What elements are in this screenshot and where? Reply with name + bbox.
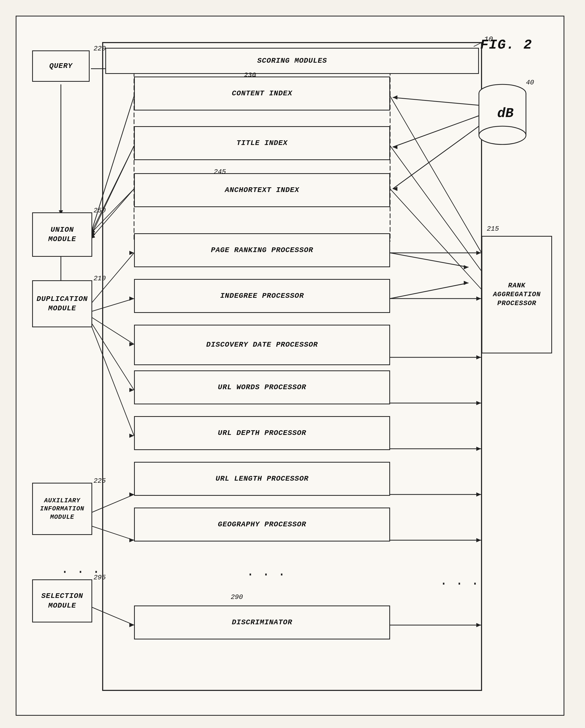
svg-marker-16	[393, 187, 398, 191]
svg-marker-36	[129, 296, 134, 301]
geography-box: GEOGRAPHY PROCESSOR	[134, 508, 390, 542]
svg-line-70	[91, 146, 134, 236]
query-label: QUERY	[49, 61, 72, 71]
indegree-box: INDEGREE PROCESSOR	[134, 279, 390, 313]
svg-line-39	[91, 322, 134, 390]
selection-module-ref: 295	[94, 574, 106, 581]
svg-text:. . .: . . .	[246, 565, 286, 579]
svg-marker-62	[129, 538, 134, 542]
svg-line-63	[91, 607, 134, 625]
svg-marker-48	[476, 355, 481, 359]
query-box: QUERY	[32, 50, 90, 82]
svg-marker-46	[476, 296, 481, 301]
anchortext-ref: 245	[214, 168, 226, 176]
fig-label: FIG. 2	[480, 37, 532, 53]
union-module-label: UNION MODULE	[48, 225, 76, 244]
auxiliary-info-label: AUXILIARY INFORMATION MODULE	[40, 497, 84, 521]
svg-point-8	[479, 126, 526, 145]
svg-line-11	[393, 98, 479, 105]
indegree-label: INDEGREE PROCESSOR	[220, 291, 304, 301]
title-index-label: TItle iNDEX	[236, 138, 288, 148]
svg-text:290: 290	[231, 593, 243, 601]
svg-marker-64	[129, 623, 134, 627]
scoring-modules-label: SCORING MODULES	[257, 56, 327, 66]
url-depth-box: URL DEPTH PROCESSOR	[134, 416, 390, 450]
svg-line-22	[390, 283, 468, 298]
anchortext-index-box: ANCHORTEXT INDEX	[134, 173, 390, 207]
svg-marker-14	[393, 145, 398, 149]
svg-line-20	[390, 253, 468, 267]
svg-marker-12	[393, 95, 398, 100]
duplication-module-label: DUPLICATION MODULE	[36, 294, 88, 313]
content-index-box: CONTENT INDEX	[134, 77, 390, 110]
url-depth-label: URL DEPTH PROCESSOR	[218, 428, 306, 438]
svg-text:215: 215	[487, 225, 499, 233]
svg-marker-21	[464, 265, 468, 269]
svg-line-59	[91, 494, 134, 513]
svg-text:40: 40	[526, 79, 534, 86]
svg-line-18	[390, 146, 482, 271]
discriminator-label: DISCRIMINATOR	[232, 618, 292, 627]
svg-marker-44	[476, 251, 481, 255]
svg-line-37	[91, 317, 134, 344]
svg-marker-34	[129, 251, 134, 255]
content-index-ref: 230	[244, 71, 256, 79]
discovery-date-label: DISCOVERY DATE PROCESSOR	[206, 340, 318, 349]
svg-line-13	[393, 116, 479, 147]
auxiliary-info-ref: 225	[94, 477, 106, 485]
svg-text:dB: dB	[497, 106, 513, 121]
svg-rect-5	[479, 94, 526, 135]
svg-line-17	[390, 96, 482, 253]
content-index-label: CONTENT INDEX	[232, 89, 292, 98]
svg-line-19	[390, 189, 482, 289]
svg-line-15	[393, 126, 479, 189]
query-ref: 220	[94, 45, 106, 52]
svg-line-61	[91, 526, 134, 540]
svg-marker-23	[464, 281, 468, 285]
page-ranking-label: PAGE RANKING PROCESSOR	[211, 245, 313, 255]
duplication-module-box: DUPLICATION MODULE	[32, 280, 92, 327]
svg-marker-50	[476, 401, 481, 405]
svg-text:. . .: . . .	[440, 574, 479, 589]
rank-aggregation-label: RANK AGGREGATION PROCESSOR	[493, 281, 541, 308]
diagram-container: FIG. 2 10 40 dB	[16, 16, 564, 716]
auxiliary-info-box: AUXILIARY INFORMATION MODULE	[32, 483, 92, 535]
geography-label: GEOGRAPHY PROCESSOR	[218, 520, 306, 529]
svg-marker-52	[476, 447, 481, 451]
url-words-box: URL WORDS PROCESSOR	[134, 370, 390, 405]
url-length-label: URL LENGTH PROCESSOR	[215, 474, 309, 484]
anchortext-index-label: ANCHORTEXT INDEX	[225, 185, 299, 195]
svg-marker-38	[129, 342, 134, 346]
title-index-box: TItle iNDEX	[134, 126, 390, 160]
url-words-label: URL WORDS PROCESSOR	[218, 383, 306, 392]
page-ranking-box: PAGE RANKING PROCESSOR	[134, 233, 390, 267]
duplication-module-ref: 210	[94, 275, 106, 282]
url-length-box: URL LENGTH PROCESSOR	[134, 462, 390, 496]
svg-marker-54	[476, 492, 481, 497]
svg-marker-56	[476, 538, 481, 542]
selection-module-label: SELECTION MODULE	[41, 591, 83, 610]
svg-line-29	[91, 146, 134, 233]
svg-line-35	[91, 298, 134, 312]
selection-module-box: SELECTION MODULE	[32, 579, 92, 622]
svg-marker-58	[476, 623, 481, 627]
union-module-box: UNION MODULE	[32, 212, 92, 257]
discovery-date-box: DISCOVERY DATE PROCESSOR	[134, 325, 390, 365]
svg-marker-42	[129, 434, 134, 438]
svg-marker-60	[129, 492, 134, 497]
svg-marker-40	[129, 388, 134, 392]
union-module-ref: 250	[94, 207, 106, 214]
svg-point-4	[479, 84, 526, 103]
svg-line-41	[91, 325, 134, 436]
scoring-modules-box: SCORING MODULES	[105, 48, 479, 74]
discriminator-box: DISCRIMINATOR	[134, 605, 390, 640]
rank-aggregation-box: RANK AGGREGATION PROCESSOR	[482, 236, 552, 354]
